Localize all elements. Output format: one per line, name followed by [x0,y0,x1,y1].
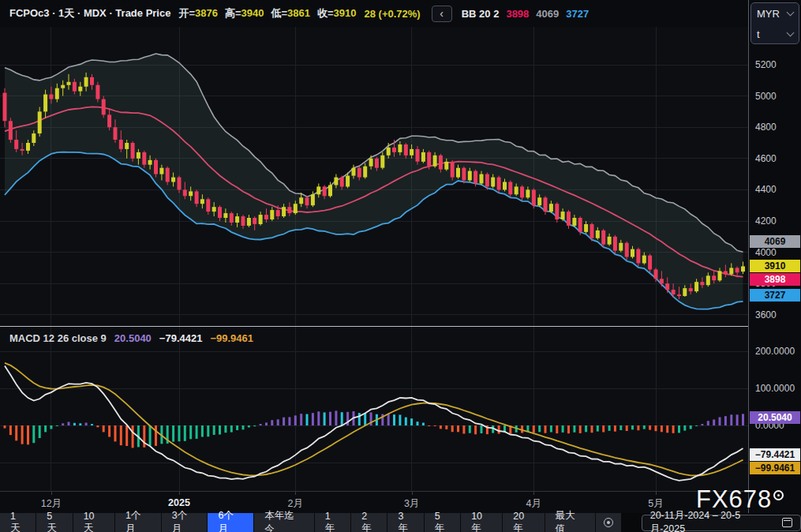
ohlc-pair: 高=3940 [225,6,264,21]
bb-value: 4069 [536,8,559,20]
time-axis-month-label: 2025 [168,497,190,508]
unit-label: t [757,28,760,40]
time-axis-tick [656,492,657,495]
range-button-5年[interactable]: 5年 [425,513,461,532]
macd-value: −99.9461 [210,332,253,344]
axis-price-badge: 20.5040 [750,411,800,424]
range-button-10天[interactable]: 10天 [73,513,115,532]
range-button-3个月[interactable]: 3个月 [162,513,208,532]
watermark-text: FX678 [696,485,772,514]
unit-select[interactable]: t [751,24,799,44]
date-range-button[interactable]: 20-11月-2024 – 20-5月-2025 [642,515,801,531]
macd-axis-label: 200.0000 [755,346,795,357]
time-axis-tick [533,492,534,495]
axis-price-badge: 4069 [750,235,800,248]
range-buttons: 1天5天10天1个月3个月6个月本年迄今1年2年3年5年10年20年最大值 [0,513,596,532]
time-axis-tick [179,492,180,495]
axis-price-badge: −99.9461 [750,462,800,474]
range-button-20年[interactable]: 20年 [503,513,545,532]
price-axis-label: 3600 [755,309,777,320]
bb-value: 3898 [506,8,529,20]
price-axis-label: 5200 [755,59,777,70]
price-axis-label: 4200 [755,215,777,227]
chart-svg [0,0,748,491]
time-axis-month-label: 4月 [526,497,541,511]
time-axis-tick [412,492,413,495]
ohlc-values: 开=3876高=3940低=3861收=3910 [178,6,356,21]
trading-chart-app: FCPOc3 · 1天 · MDX · Trade Price 开=3876高=… [0,0,801,532]
price-axis[interactable]: MYR t 5200500048004600440042004000380036… [748,0,801,491]
calendar-icon [782,518,792,527]
ohlc-pair: 收=3910 [317,6,357,21]
watermark: FX678 [696,485,784,514]
price-axis-label: 5000 [755,91,777,102]
time-axis-tick [295,492,296,495]
time-axis-tick [51,492,52,495]
range-toolbar: 1天5天10天1个月3个月6个月本年迄今1年2年3年5年10年20年最大值 20… [0,513,801,532]
legend-collapse-button[interactable]: ‹ [432,6,452,22]
symbol-legend-bar: FCPOc3 · 1天 · MDX · Trade Price 开=3876高=… [0,0,748,27]
price-axis-label: 4000 [755,247,777,258]
range-button-6个月[interactable]: 6个月 [208,513,254,532]
axis-price-badge: 3898 [750,273,800,286]
macd-value: 20.5040 [114,332,152,344]
price-axis-label: 4400 [755,184,777,195]
price-axis-label: 4600 [755,153,777,164]
price-axis-label: 4800 [755,122,777,133]
macd-axis-label: 100.0000 [755,383,795,394]
ohlc-pair: 低=3861 [271,6,310,21]
axis-unit-selector: MYR t [750,2,799,44]
axis-price-badge: 3910 [750,260,800,272]
chart-canvas[interactable] [0,0,748,491]
axis-price-badge: −79.4421 [750,448,800,461]
macd-indicator-name: MACD 12 26 close 9 [9,332,107,344]
axis-price-badge: 3727 [750,289,800,302]
range-button-本年迄今[interactable]: 本年迄今 [254,513,315,532]
range-button-1年[interactable]: 1年 [315,513,351,532]
range-button-2年[interactable]: 2年 [351,513,387,532]
range-button-1天[interactable]: 1天 [0,513,36,532]
time-axis-month-label: 12月 [41,497,62,511]
range-button-5天[interactable]: 5天 [36,513,73,532]
time-axis-month-label: 3月 [404,497,419,511]
bb-indicator-name: BB 20 2 [462,8,500,20]
watermark-logo-icon [773,490,784,500]
currency-select[interactable]: MYR [751,3,799,24]
symbol-title: FCPOc3 · 1天 · MDX · Trade Price [9,6,170,21]
toolbar-settings-button[interactable] [596,513,621,532]
change-value: 28 (+0.72%) [365,8,421,20]
chevron-down-icon [787,29,795,37]
range-button-10年[interactable]: 10年 [461,513,503,532]
macd-indicator-legend: MACD 12 26 close 9 20.5040−79.4421−99.94… [9,332,253,344]
range-button-3年[interactable]: 3年 [387,513,424,532]
ohlc-pair: 开=3876 [178,6,218,21]
macd-value: −79.4421 [159,332,203,344]
range-button-最大值[interactable]: 最大值 [545,513,596,532]
range-button-1个月[interactable]: 1个月 [115,513,162,532]
settings-icon [604,518,613,527]
bb-value: 3727 [566,8,589,20]
currency-label: MYR [757,8,780,20]
chevron-down-icon [787,9,795,17]
bb-indicator-legend: BB 20 2 389840693727 [462,8,589,20]
